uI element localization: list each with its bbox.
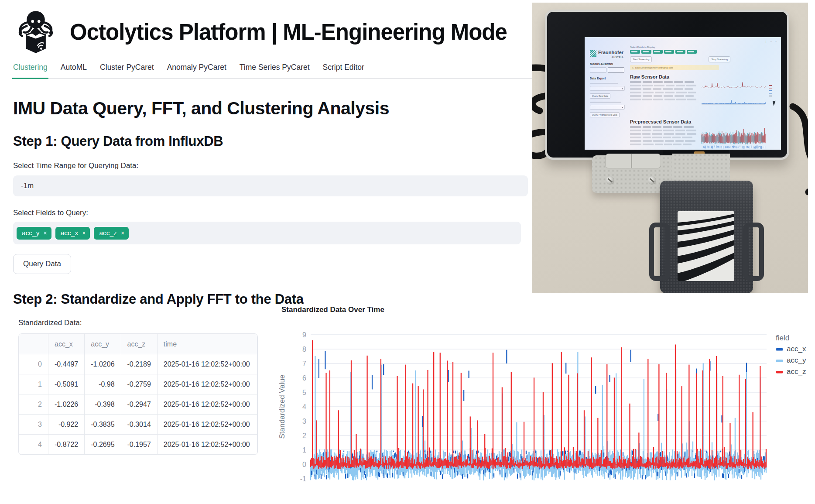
tab-cluster-pycaret[interactable]: Cluster PyCaret [99,60,155,78]
data-cell: -0.98 [85,374,121,394]
data-cell: 2025-01-16 12:02:52+00:00 [157,354,257,374]
fields-multiselect[interactable]: acc_y×acc_x×acc_z× [13,222,521,244]
sensor-box-label [678,211,734,281]
fraunhofer-logo-mark [590,50,596,57]
data-cell: -0.2695 [85,435,121,455]
svg-text:2: 2 [302,432,306,439]
svg-text:4: 4 [302,403,306,411]
standardized-data-table[interactable]: acc_xacc_yacc_ztime 0-0.4497-1.0206-0.21… [18,333,258,455]
data-cell: -1.0206 [85,354,121,374]
sensor-box [660,181,753,293]
raw-mini-chart [700,81,777,115]
preprocessed-heading: Preprocessed Sensor Data [630,119,778,124]
data-cell: -0.4497 [48,354,85,374]
tab-bar: ClusteringAutoMLCluster PyCaretAnomaly P… [12,60,532,79]
table-header: acc_xacc_yacc_ztime [19,334,257,354]
svg-text:5: 5 [302,389,306,396]
warning-icon: ⚠ [632,66,634,69]
tab-automl[interactable]: AutoML [60,60,88,78]
data-cell: -1.0226 [48,394,85,415]
field-tag-label: acc_z [99,229,117,237]
remove-tag-icon[interactable]: × [44,230,47,237]
data-cell: -0.1957 [121,435,157,455]
row-index-cell: 3 [19,415,48,435]
field-tag-acc_y[interactable]: acc_y× [17,227,51,240]
raw-sensor-data-heading: Raw Sensor Data [630,74,778,79]
label-stripes [678,211,734,281]
svg-text:-1: -1 [300,475,306,483]
query-data-button[interactable]: Query Data [13,254,71,274]
svg-text:acc_y: acc_y [787,356,806,364]
column-header-acc_y: acc_y [85,334,121,354]
svg-text:Standardized Value: Standardized Value [278,374,286,439]
fraunhofer-logo: Fraunhofer AUSTRIA [590,50,628,58]
table-row: 0-0.4497-1.0206-0.21892025-01-16 12:02:5… [19,354,257,374]
field-tag-label: acc_y [22,229,40,237]
query-raw-data-button: Query Raw Data [590,93,610,99]
table-row: 3-0.922-0.3835-0.30142025-01-16 12:02:52… [19,415,257,435]
screen-field-tags [630,50,778,54]
data-cell: 2025-01-16 12:02:52+00:00 [157,415,257,435]
svg-text:field: field [776,334,789,342]
pre-mini-chart [700,126,777,150]
data-cell: 2025-01-16 12:02:52+00:00 [157,374,257,394]
row-index-cell: 4 [19,435,48,455]
monitor-bezel: ⋮ ·· ·· Fraunhofer AUSTRIA Modus Auswahl [547,12,787,158]
table-row: 1-0.5091-0.98-0.27592025-01-16 12:02:52+… [19,374,257,394]
app-title: Octolytics Platform | ML-Engineering Mod… [70,19,507,45]
data-cell: -0.2189 [121,354,157,374]
bracket-screw-left [606,176,614,185]
stop-streaming-button: Stop Streaming [709,56,730,62]
pre-range-select: ▾ [590,105,625,110]
remove-tag-icon[interactable]: × [121,230,124,237]
field-tag-label: acc_x [61,229,79,237]
sidebar-skeleton-line-2 [590,102,621,103]
svg-text:8: 8 [302,346,306,353]
column-header-acc_x: acc_x [48,334,85,354]
field-tag-acc_z[interactable]: acc_z× [94,227,129,240]
svg-text:7: 7 [302,360,306,367]
table-row: 2-1.0226-0.398-0.29472025-01-16 12:02:52… [19,394,257,415]
svg-text:3: 3 [302,418,306,425]
row-index-cell: 1 [19,374,48,394]
svg-text:acc_x: acc_x [787,345,806,353]
raw-range-select: ▾ [590,86,625,91]
bracket-hinge [605,154,661,168]
table-body: 0-0.4497-1.0206-0.21892025-01-16 12:02:5… [19,354,257,455]
standardized-chart: 9876543210-1Standardized Valuefieldacc_x… [270,302,815,504]
svg-text:acc_z: acc_z [787,367,806,376]
modus-auswahl-heading: Modus Auswahl [590,62,628,65]
dashboard-screen: ⋮ ·· ·· Fraunhofer AUSTRIA Modus Auswahl [585,37,781,150]
chart-title: Standardized Data Over Time [281,305,384,314]
sensor-box-strap-loop-left [649,223,670,281]
svg-text:6: 6 [302,374,306,382]
tab-time-series-pycaret[interactable]: Time Series PyCaret [239,60,311,78]
remove-tag-icon[interactable]: × [82,230,86,237]
svg-text:9: 9 [302,331,306,339]
screen-fields-label: Select Fields to Display [630,46,778,48]
sidebar-skeleton-line [590,83,618,84]
field-tag-acc_x[interactable]: acc_x× [55,227,90,240]
tab-clustering[interactable]: Clustering [12,60,48,79]
time-range-input[interactable]: -1m [13,175,528,196]
tab-script-editor[interactable]: Script Editor [322,60,365,78]
screen-warning: ⚠ Stop Streaming before changing Tabs [630,65,719,70]
svg-text:1: 1 [302,446,306,454]
row-index-cell: 0 [19,354,48,374]
column-header-acc_z: acc_z [121,334,157,354]
tab-anomaly-pycaret[interactable]: Anomaly PyCaret [166,60,227,78]
data-cell: -0.3835 [85,415,121,435]
row-index-cell: 2 [19,394,48,415]
bracket-screw-right [648,176,656,185]
mode-button-1 [590,67,606,73]
chart-block: Standardized Data Over Time 9876543210-1… [270,302,815,504]
mode-button-2 [608,67,624,73]
index-column-header [19,334,48,354]
data-cell: -0.2947 [121,394,157,415]
screen-sidebar: Fraunhofer AUSTRIA Modus Auswahl Data Ex… [590,50,628,117]
column-header-time: time [157,334,257,354]
fraunhofer-wordmark: Fraunhofer [598,50,623,55]
data-cell: -0.398 [85,394,121,415]
data-cell: -0.3014 [121,415,157,435]
query-preprocessed-button: Query Preprocessed Data [590,112,620,117]
